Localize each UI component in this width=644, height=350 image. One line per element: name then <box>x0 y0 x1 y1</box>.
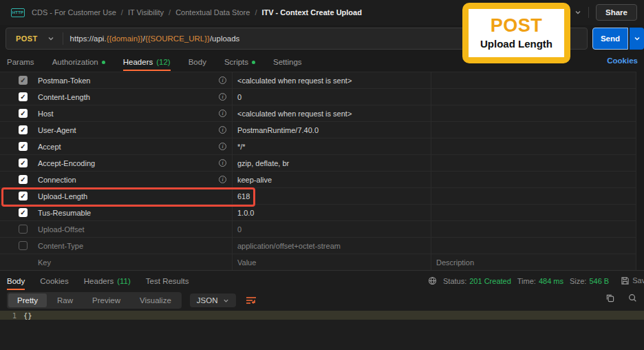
tab-scripts[interactable]: Scripts <box>224 54 255 70</box>
tab-headers[interactable]: Headers(12) <box>123 54 171 70</box>
value-cell[interactable]: keep-alive <box>233 176 431 184</box>
tab-authorization[interactable]: Authorization <box>52 54 105 70</box>
network-globe-icon[interactable] <box>428 276 437 285</box>
save-example-label: Save as example <box>632 276 644 285</box>
header-key: Upload-Offset <box>38 225 233 234</box>
info-icon[interactable]: i <box>219 76 226 84</box>
value-cell[interactable]: gzip, deflate, br <box>233 159 431 167</box>
send-options-chevron-icon[interactable] <box>630 28 644 50</box>
value-cell[interactable]: <calculated when request is sent> <box>233 76 431 85</box>
breadcrumb-item[interactable]: CDS - For Customer Use <box>32 8 116 17</box>
header-checkbox[interactable]: ✓ <box>19 192 28 200</box>
header-checkbox[interactable] <box>19 225 28 234</box>
response-tab-test-results[interactable]: Test Results <box>146 273 189 289</box>
breadcrumb-item[interactable]: ITV - Context Create Upload <box>261 8 361 17</box>
tab-settings[interactable]: Settings <box>273 54 302 70</box>
header-key: Content-Type <box>38 242 233 250</box>
header-checkbox[interactable]: ✓ <box>19 125 28 134</box>
size-badge[interactable]: Size: 546 B <box>570 277 609 285</box>
value-cell[interactable]: 618 <box>233 192 431 200</box>
key-cell[interactable]: Hosti <box>38 110 233 118</box>
key-cell[interactable]: Content-Type <box>38 242 233 250</box>
header-checkbox[interactable]: ✓ <box>19 92 28 101</box>
value-cell[interactable]: <calculated when request is sent> <box>233 110 431 118</box>
header-checkbox[interactable]: ✓ <box>19 109 28 118</box>
tab-params[interactable]: Params <box>7 54 34 70</box>
url-input[interactable]: https://api.{{domain}}/{{SOURCE_URL}}/up… <box>70 34 240 43</box>
breadcrumb-item[interactable]: IT Visibility <box>128 8 164 17</box>
key-cell[interactable]: Content-Lengthi <box>38 93 233 101</box>
view-tab-visualize[interactable]: Visualize <box>131 294 180 307</box>
tab-label: Cookies <box>40 277 69 285</box>
response-body-editor[interactable]: 1 {} <box>0 311 644 350</box>
key-cell[interactable]: Tus-Resumable <box>38 209 233 217</box>
header-checkbox[interactable]: ✓ <box>19 142 28 151</box>
value-cell[interactable]: 0 <box>233 225 431 234</box>
response-tab-headers[interactable]: Headers(11) <box>84 273 131 289</box>
view-tab-pretty[interactable]: Pretty <box>8 294 47 307</box>
value-cell[interactable]: 0 <box>233 93 431 101</box>
key-cell[interactable]: Upload-Offset <box>38 225 233 234</box>
info-icon[interactable]: i <box>219 110 226 117</box>
response-tab-cookies[interactable]: Cookies <box>40 273 69 289</box>
header-key: Content-Length <box>38 93 219 101</box>
format-label: JSON <box>197 296 218 305</box>
value-cell[interactable]: 1.0.0 <box>233 209 431 217</box>
save-as-example-button[interactable]: Save as example <box>621 276 644 285</box>
info-icon[interactable]: i <box>219 143 226 150</box>
value-cell[interactable]: application/offset+octet-stream <box>233 242 431 250</box>
view-tab-raw[interactable]: Raw <box>48 294 82 307</box>
breadcrumb-item[interactable]: Contextual Data Store <box>175 8 250 17</box>
search-response-icon[interactable] <box>628 294 637 302</box>
copy-response-icon[interactable] <box>605 294 614 302</box>
share-button[interactable]: Share <box>596 4 637 21</box>
info-icon[interactable]: i <box>219 159 226 167</box>
key-cell[interactable]: Connectioni <box>38 176 233 184</box>
key-cell[interactable]: Postman-Tokeni <box>38 76 233 85</box>
header-key: Upload-Length <box>38 192 233 200</box>
header-row: ✓Accepti*/* <box>0 138 636 155</box>
header-key: Host <box>38 110 219 118</box>
header-checkbox[interactable]: ✓ <box>19 158 28 167</box>
key-cell[interactable]: User-Agenti <box>38 126 233 134</box>
breadcrumb-separator: / <box>121 8 123 17</box>
send-button[interactable]: Send <box>592 28 628 50</box>
tab-label: Scripts <box>224 58 248 66</box>
callout-subtitle: Upload Length <box>480 38 552 50</box>
key-cell[interactable]: Accept-Encodingi <box>38 159 233 167</box>
key-cell[interactable]: Key <box>38 258 233 267</box>
status-badge[interactable]: Status: 201 Created <box>443 277 511 285</box>
tab-label: Params <box>7 58 34 66</box>
info-icon[interactable]: i <box>219 176 226 183</box>
header-checkbox[interactable]: ✓ <box>19 208 28 217</box>
method-selector[interactable]: POST <box>6 34 63 43</box>
key-cell[interactable]: Upload-Length <box>38 192 233 200</box>
time-badge[interactable]: Time: 484 ms <box>517 277 564 285</box>
header-row: ✓User-AgentiPostmanRuntime/7.40.0 <box>0 122 636 138</box>
header-checkbox[interactable]: ✓ <box>19 76 28 85</box>
description-cell[interactable]: Description <box>431 258 636 267</box>
response-tab-body[interactable]: Body <box>7 273 25 289</box>
wrap-lines-toggle-icon[interactable] <box>246 296 257 305</box>
response-toolbar: PrettyRawPreviewVisualize JSON <box>7 292 257 309</box>
tab-body[interactable]: Body <box>189 54 206 70</box>
url-divider <box>63 32 63 45</box>
header-checkbox[interactable] <box>19 241 28 250</box>
value-cell[interactable]: PostmanRuntime/7.40.0 <box>233 126 431 134</box>
info-icon[interactable]: i <box>219 126 226 134</box>
key-cell[interactable]: Accepti <box>38 143 233 151</box>
checkbox-cell: ✓ <box>0 92 38 101</box>
cookies-link[interactable]: Cookies <box>607 56 638 65</box>
line-content: {} <box>23 311 32 320</box>
value-cell[interactable]: Value <box>233 258 431 267</box>
response-body-line[interactable]: 1 {} <box>0 311 644 320</box>
header-checkbox[interactable]: ✓ <box>19 175 28 184</box>
tab-count: (12) <box>156 58 170 66</box>
info-icon[interactable]: i <box>219 93 226 101</box>
header-key: Tus-Resumable <box>38 209 233 217</box>
format-dropdown[interactable]: JSON <box>190 294 237 307</box>
value-cell[interactable]: */* <box>233 143 431 151</box>
view-tab-preview[interactable]: Preview <box>83 294 129 307</box>
save-menu-chevron-icon[interactable] <box>575 9 581 16</box>
header-key: Accept-Encoding <box>38 159 219 167</box>
